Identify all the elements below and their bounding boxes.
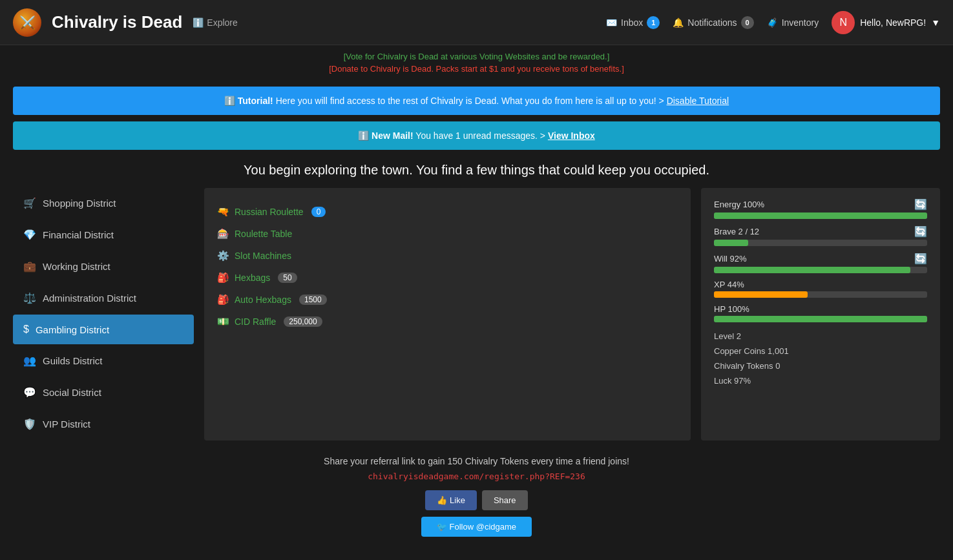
right-panel: Energy 100% 🔄 Brave 2 / 12 🔄 Will 92% 🔄 [701, 188, 940, 441]
nav-icon: 🛡️ [23, 418, 36, 430]
nav-icon: 💼 [23, 260, 36, 273]
notifications-button[interactable]: 🔔 Notifications 0 [673, 16, 753, 29]
gambling-item[interactable]: 🎒 Auto Hexbags1500 [217, 289, 678, 311]
sidebar-item-financial-district[interactable]: 💎 Financial District [13, 220, 194, 250]
stat-row: Energy 100% 🔄 [714, 198, 927, 219]
info-icon: ℹ️ [193, 17, 204, 28]
progress-bar-fill [714, 316, 927, 322]
nav-icon: 🛒 [23, 197, 36, 209]
item-badge: 50 [278, 273, 297, 283]
gambling-label: CID Raffle [235, 316, 276, 327]
tutorial-banner: ℹ️ Tutorial! Here you will find access t… [13, 87, 940, 115]
gambling-item[interactable]: ⚙️ Slot Machines [217, 245, 678, 267]
progress-bar-bg [714, 240, 927, 246]
gambling-item[interactable]: 🔫 Russian Roulette0 [217, 201, 678, 223]
like-button[interactable]: 👍 Like [425, 490, 476, 510]
nav-icon: 💬 [23, 386, 36, 399]
gambling-label: Roulette Table [235, 229, 292, 239]
mail-banner: ℹ️ New Mail! You have 1 unread messages.… [13, 121, 940, 150]
gambling-icon: 💵 [217, 316, 229, 327]
stat-row: XP 44% [714, 280, 927, 298]
progress-bar-fill [714, 240, 748, 246]
nav-item-label: Working District [43, 261, 110, 272]
avatar: N [832, 11, 855, 34]
site-logo[interactable]: ⚔️ [13, 8, 41, 37]
mail-bold: New Mail! [372, 130, 414, 141]
progress-bar-fill [714, 213, 927, 219]
refresh-icon[interactable]: 🔄 [914, 198, 927, 211]
gambling-icon: 🎒 [217, 294, 229, 306]
refresh-icon[interactable]: 🔄 [914, 225, 927, 238]
chevron-down-icon: ▼ [931, 17, 940, 28]
nav-item-label: Gambling District [36, 324, 109, 335]
tutorial-text: Here you will find access to the rest of… [276, 96, 667, 106]
refresh-icon[interactable]: 🔄 [914, 253, 927, 265]
stat-label-text: Energy 100% [714, 200, 764, 209]
stat-label-text: XP 44% [714, 280, 744, 289]
nav-item-label: Financial District [43, 229, 114, 240]
user-menu-button[interactable]: N Hello, NewRPG! ▼ [832, 11, 940, 34]
stat-row: Brave 2 / 12 🔄 [714, 225, 927, 246]
stat-text-row: Copper Coins 1,001 [714, 344, 927, 358]
announcements: [Vote for Chivalry is Dead at various Vo… [0, 45, 953, 80]
sidebar-item-working-district[interactable]: 💼 Working District [13, 251, 194, 282]
announce-donate[interactable]: [Donate to Chivalry is Dead. Packs start… [0, 63, 953, 75]
sidebar-item-social-district[interactable]: 💬 Social District [13, 377, 194, 408]
gambling-item[interactable]: 🎰 Roulette Table [217, 223, 678, 245]
sidebar-item-guilds-district[interactable]: 👥 Guilds District [13, 346, 194, 376]
center-panel: 🔫 Russian Roulette0🎰 Roulette Table⚙️ Sl… [204, 188, 691, 441]
stat-text-row: Luck 97% [714, 373, 927, 388]
explore-link[interactable]: ℹ️ Explore [193, 17, 237, 28]
progress-bar-fill [714, 291, 808, 298]
sidebar-item-administration-district[interactable]: ⚖️ Administration District [13, 283, 194, 313]
progress-bar-bg [714, 291, 927, 298]
inbox-icon: ✉️ [606, 17, 617, 28]
sidebar-item-shopping-district[interactable]: 🛒 Shopping District [13, 188, 194, 218]
nav-icon: ⚖️ [23, 292, 36, 304]
inbox-badge: 1 [647, 16, 660, 29]
gambling-item[interactable]: 🎒 Hexbags50 [217, 267, 678, 289]
sidebar-item-gambling-district[interactable]: $ Gambling District [13, 315, 194, 344]
announce-vote[interactable]: [Vote for Chivalry is Dead at various Vo… [0, 50, 953, 63]
footer-area: Share your referral link to gain 150 Chi… [0, 441, 953, 547]
progress-bar-bg [714, 316, 927, 322]
stat-label-text: HP 100% [714, 304, 749, 314]
header-right: ✉️ Inbox 1 🔔 Notifications 0 🧳 Inventory… [606, 11, 940, 34]
gambling-label: Russian Roulette [235, 207, 304, 217]
gambling-item[interactable]: 💵 CID Raffle250,000 [217, 311, 678, 333]
gambling-label: Auto Hexbags [235, 295, 291, 305]
info-circle-icon: ℹ️ [224, 96, 235, 106]
nav-item-label: Administration District [43, 293, 136, 304]
disable-tutorial-link[interactable]: Disable Tutorial [667, 96, 729, 106]
briefcase-icon: 🧳 [767, 17, 778, 28]
inbox-button[interactable]: ✉️ Inbox 1 [606, 16, 660, 29]
header: ⚔️ Chivalry is Dead ℹ️ Explore ✉️ Inbox … [0, 0, 953, 45]
progress-bar-bg [714, 267, 927, 273]
stat-label-text: Will 92% [714, 254, 747, 264]
nav-item-label: Shopping District [43, 198, 116, 209]
stat-row: HP 100% [714, 304, 927, 322]
share-button[interactable]: Share [482, 490, 528, 510]
mail-text: You have 1 unread messages. > [415, 130, 548, 141]
follow-button[interactable]: 🐦 Follow @cidgame [421, 517, 532, 537]
item-badge: 250,000 [284, 316, 322, 327]
share-text: Share your referral link to gain 150 Chi… [13, 456, 940, 466]
progress-bar-fill [714, 267, 910, 273]
nav-item-label: Social District [43, 387, 101, 398]
inventory-button[interactable]: 🧳 Inventory [767, 17, 819, 28]
social-buttons: 👍 Like Share [13, 490, 940, 510]
referral-link[interactable]: chivalryisdeadgame.com/register.php?REF=… [13, 472, 940, 481]
gambling-icon: 🎰 [217, 228, 229, 240]
gambling-icon: ⚙️ [217, 250, 229, 262]
stat-label-text: Brave 2 / 12 [714, 227, 759, 236]
notifications-badge: 0 [741, 16, 754, 29]
content-area: 🛒 Shopping District💎 Financial District💼… [0, 188, 953, 441]
site-title: Chivalry is Dead [52, 12, 182, 32]
gambling-icon: 🎒 [217, 272, 229, 284]
sidebar-item-vip-district[interactable]: 🛡️ VIP District [13, 409, 194, 439]
gambling-icon: 🔫 [217, 206, 229, 218]
tutorial-bold: Tutorial! [238, 96, 273, 106]
nav-item-label: Guilds District [43, 355, 103, 366]
nav-icon: 💎 [23, 229, 36, 241]
view-inbox-link[interactable]: View Inbox [548, 130, 595, 141]
